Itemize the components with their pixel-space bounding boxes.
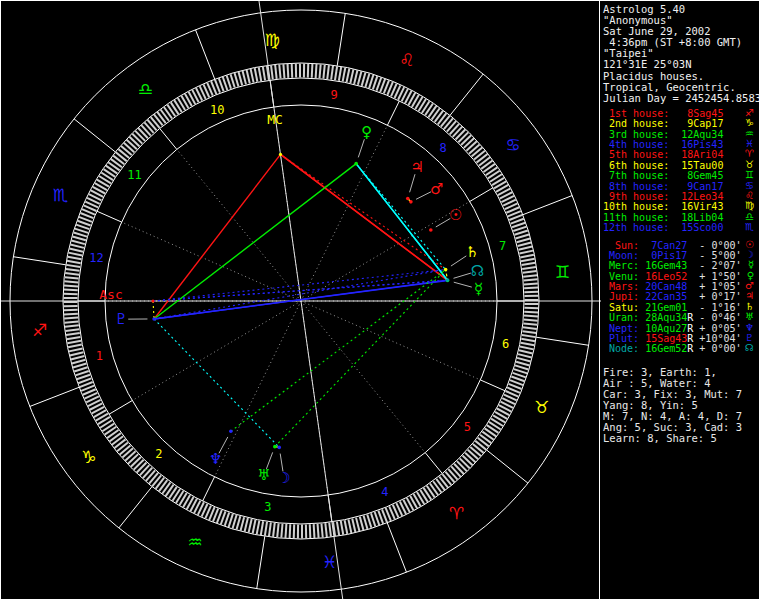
sign-boundary-line (13, 257, 65, 265)
house-number-5: 5 (464, 420, 471, 434)
degree-tick (67, 341, 81, 343)
degree-tick (255, 68, 258, 82)
planet-position: 28Aqu34 (639, 312, 687, 323)
house-cusp-line (301, 201, 470, 301)
degree-tick (316, 64, 317, 78)
degree-tick (75, 229, 88, 233)
degree-tick (312, 64, 313, 78)
degree-tick (518, 354, 532, 357)
planet-name: Nept: (603, 323, 639, 334)
degree-tick (251, 69, 254, 83)
neptune-degree-dot (229, 430, 233, 434)
sign-sagittarius-icon: ♐ (32, 320, 47, 340)
degree-tick (247, 70, 250, 84)
degree-tick (523, 323, 537, 324)
degree-tick (66, 265, 80, 267)
degree-tick (327, 65, 329, 79)
degree-tick (524, 316, 538, 317)
sign-boundary-line (487, 450, 528, 483)
degree-tick (265, 522, 267, 536)
sign-boundary-line (450, 74, 483, 115)
astrolog-window: ☉☽☿♀♂♃♄♅♆♇☊MCAsc♈♉♊♋♌♍♎♏♐♑♒♓123456789101… (0, 0, 760, 600)
degree-tick (521, 343, 535, 346)
sign-boundary-line (387, 523, 406, 572)
degree-tick (277, 523, 278, 537)
degree-tick (314, 524, 315, 538)
house-cusp-text: 9th house: 12Leo34 (603, 191, 723, 202)
planet-latitude: + 0°17' (693, 291, 741, 302)
planet-list: Sun: 7Can27 - 0°00'☉ Moon: 0Pis17 - 5°00… (603, 241, 760, 355)
jupiter-icon: ♃ (410, 158, 423, 176)
degree-tick (348, 519, 351, 533)
moon-degree-dot (277, 446, 281, 450)
degree-tick (66, 269, 80, 271)
venus-icon: ♀ (361, 123, 372, 141)
planet-latitude: + 0°05' (693, 323, 741, 334)
degree-tick (519, 350, 533, 353)
degree-tick (337, 522, 339, 536)
degree-tick (347, 68, 350, 82)
degree-tick (343, 68, 346, 82)
degree-tick (516, 362, 529, 366)
degree-tick (65, 329, 79, 331)
planet-name: Satu: (603, 302, 639, 313)
degree-tick (245, 518, 248, 532)
degree-tick (520, 255, 534, 258)
aspect-line-asc-pluto (153, 301, 154, 319)
degree-tick (513, 227, 526, 231)
natal-chart-wheel: ☉☽☿♀♂♃♄♅♆♇☊MCAsc♈♉♊♋♌♍♎♏♐♑♒♓123456789101… (1, 1, 601, 600)
house-cusp-text: 2nd house: 9Cap17 (603, 118, 723, 129)
house-divider-line (470, 188, 493, 202)
pointer-line-jupiter (410, 174, 415, 192)
degree-tick (279, 64, 280, 78)
degree-tick (74, 367, 87, 371)
degree-tick (65, 273, 79, 275)
degree-tick (514, 369, 527, 373)
degree-tick (269, 522, 271, 536)
sign-gemini-icon: ♊ (555, 262, 570, 282)
house-cusp-text: 10th house: 16Vir43 (603, 201, 723, 212)
house-row: 12th house: 15Sco00♏ (603, 223, 760, 233)
degree-tick (310, 524, 311, 538)
degree-tick (521, 339, 535, 341)
degree-tick (64, 281, 78, 282)
sign-virgo-icon: ♍ (265, 30, 280, 50)
degree-tick (66, 333, 80, 335)
degree-tick (281, 524, 282, 538)
angle-label-asc: Asc (99, 287, 122, 302)
planet-position: 21Gem01 (639, 302, 687, 313)
degree-tick (292, 64, 293, 78)
planet-latitude: + 1°50' (693, 271, 741, 282)
planet-name: Moon: (603, 250, 639, 261)
planet-position: 7Can27 (639, 240, 687, 251)
planet-latitude: +10°04' (693, 333, 741, 344)
degree-tick (365, 74, 369, 87)
degree-tick (335, 66, 337, 80)
planet-position: 22Can35 (639, 291, 687, 302)
degree-tick (524, 288, 538, 289)
degree-tick (231, 74, 235, 87)
planet-latitude: - 2°07' (693, 260, 741, 271)
moon-icon: ☽ (277, 469, 290, 487)
degree-tick (518, 243, 532, 246)
house-divider-line (480, 380, 505, 391)
house-number-4: 4 (381, 485, 388, 499)
angle-label-mc: MC (267, 112, 283, 127)
saturn-degree-dot (444, 268, 448, 272)
planet-name: Jupi: (603, 291, 639, 302)
degree-tick (239, 72, 243, 86)
degree-tick (360, 517, 364, 531)
degree-tick (288, 64, 289, 78)
degree-tick (259, 67, 261, 81)
house-number-2: 2 (155, 447, 162, 461)
house-number-3: 3 (264, 500, 271, 514)
house-number-10: 10 (210, 103, 224, 117)
house-cusp-text: 5th house: 18Ari04 (603, 149, 723, 160)
house-number-6: 6 (502, 337, 509, 351)
degree-tick (329, 523, 331, 537)
degree-tick (524, 292, 538, 293)
planet-position: 20Can48 (639, 281, 687, 292)
house-cusp-line (301, 301, 480, 380)
degree-tick (74, 233, 87, 237)
header-line: Julian Day = 2452454.8583 (603, 93, 760, 104)
